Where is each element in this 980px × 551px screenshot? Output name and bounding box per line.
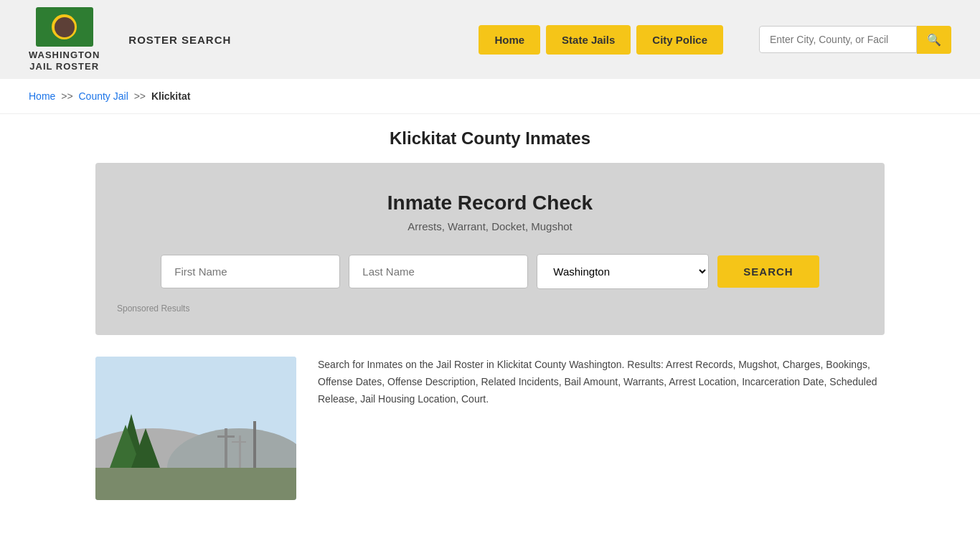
breadcrumb-sep-1: >> [61, 90, 72, 102]
svg-rect-7 [225, 428, 227, 468]
last-name-input[interactable] [349, 255, 528, 288]
svg-rect-8 [239, 435, 241, 468]
logo-text: WASHINGTON JAIL ROSTER [29, 50, 100, 72]
inmate-search-form: AlabamaAlaskaArizonaArkansasCaliforniaCo… [117, 254, 863, 289]
record-check-box: Inmate Record Check Arrests, Warrant, Do… [95, 163, 885, 335]
description-text: Search for Inmates on the Jail Roster in… [318, 357, 885, 408]
svg-rect-10 [217, 435, 235, 438]
main-content: Klickitat County Inmates Inmate Record C… [0, 114, 980, 536]
nav-home-button[interactable]: Home [479, 25, 540, 55]
search-icon: 🔍 [927, 34, 941, 46]
first-name-input[interactable] [161, 255, 340, 288]
state-select[interactable]: AlabamaAlaskaArizonaArkansasCaliforniaCo… [537, 254, 709, 289]
breadcrumb: Home >> County Jail >> Klickitat [0, 79, 980, 114]
bottom-section: Search for Inmates on the Jail Roster in… [95, 357, 885, 522]
sponsored-label: Sponsored Results [117, 303, 863, 314]
logo-area[interactable]: WASHINGTON JAIL ROSTER [29, 7, 100, 72]
county-image [95, 357, 296, 500]
page-title: Klickitat County Inmates [29, 128, 951, 149]
svg-rect-11 [232, 441, 246, 443]
breadcrumb-home-link[interactable]: Home [29, 90, 55, 102]
breadcrumb-county-jail-link[interactable]: County Jail [79, 90, 128, 102]
svg-rect-9 [253, 421, 256, 468]
header-search-button[interactable]: 🔍 [917, 26, 951, 54]
site-header: WASHINGTON JAIL ROSTER ROSTER SEARCH Hom… [0, 0, 980, 79]
search-submit-button[interactable]: SEARCH [717, 255, 819, 288]
record-check-title: Inmate Record Check [117, 192, 863, 215]
landscape-illustration [95, 357, 296, 500]
roster-search-label: ROSTER SEARCH [128, 34, 231, 46]
washington-flag-icon [36, 7, 93, 47]
header-search-area: 🔍 [759, 26, 951, 54]
breadcrumb-sep-2: >> [134, 90, 146, 102]
flag-seal [55, 17, 75, 37]
record-check-subtitle: Arrests, Warrant, Docket, Mugshot [117, 220, 863, 232]
svg-rect-3 [95, 468, 296, 500]
breadcrumb-current: Klickitat [151, 90, 190, 102]
nav-state-jails-button[interactable]: State Jails [546, 25, 631, 55]
main-nav: Home State Jails City Police [479, 25, 723, 55]
header-search-input[interactable] [759, 26, 917, 53]
nav-city-police-button[interactable]: City Police [636, 25, 723, 55]
